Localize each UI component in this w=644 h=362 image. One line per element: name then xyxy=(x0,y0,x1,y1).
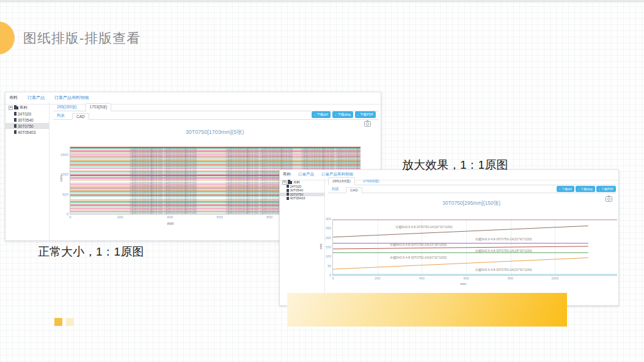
accent-square-dark xyxy=(54,318,62,326)
y-tick: 150 xyxy=(326,245,331,249)
x-tick: 400 xyxy=(167,215,173,219)
y-tick: 1000 xyxy=(60,172,68,176)
accent-circle xyxy=(0,21,15,54)
strip-part-label: 冷规5H3.9-4.8-30T0750-2A(31*91*1150) xyxy=(475,267,532,272)
fabric-tree: 布料24T02030T054030T075040T05403 xyxy=(5,102,49,240)
y-tick: 250 xyxy=(326,226,331,230)
slide-title: 图纸排版-排版查看 xyxy=(23,29,141,48)
tree-item-40T05403[interactable]: 40T05403 xyxy=(5,129,49,135)
download-icon: ↓ xyxy=(357,113,359,117)
export-button-label: 下载PDF xyxy=(360,113,373,117)
strip-part-label: 冷规5H3.9-4.8-30T0750-2A(18*33*1150) xyxy=(475,249,532,253)
tree-item-label: 40T05403 xyxy=(18,130,35,135)
app-screenshot-zoomed: 布料订单产品订单产品布料明细 布料24T02030T054030T075040T… xyxy=(279,169,619,306)
tree-item-label: 24T020 xyxy=(18,112,31,116)
y-tick: 500 xyxy=(62,193,68,196)
download-icon: ↓ xyxy=(314,113,316,117)
export-button-label: 下载PDF xyxy=(601,187,613,191)
y-tick: 300 xyxy=(326,217,331,221)
file-icon xyxy=(14,112,16,116)
export-button-下载dwg[interactable]: ↓下载dwg xyxy=(332,111,353,118)
export-button-label: 下载dxf xyxy=(562,187,572,191)
collapse-icon[interactable] xyxy=(282,180,287,185)
y-tick: 0 xyxy=(329,273,331,277)
export-button-label: 下载dwg xyxy=(580,187,592,191)
x-tick: 600 xyxy=(217,215,223,219)
size-tab[interactable]: 1703(5张) xyxy=(86,103,112,111)
size-tab[interactable]: 1703(5张) xyxy=(359,178,383,185)
tree-root[interactable]: 布料 xyxy=(5,105,49,111)
x-axis-label: mm xyxy=(152,221,189,226)
x-tick: 0 xyxy=(332,276,334,280)
folder-icon xyxy=(288,181,292,184)
export-button-下载PDF[interactable]: ↓下载PDF xyxy=(355,111,376,118)
tree-item-label: 30T0750 xyxy=(290,193,304,196)
camera-icon[interactable] xyxy=(364,121,371,127)
chart-clip: 冷规5H3.9-4.8-30T0750-2A(91*31*1150)冷规5H3.… xyxy=(333,219,617,275)
accent-square-light xyxy=(66,318,74,326)
x-tick: 200 xyxy=(375,276,380,280)
y-tick: 0 xyxy=(67,212,68,216)
x-tick: 1000 xyxy=(551,276,558,280)
export-button-label: 下载dwg xyxy=(337,113,350,117)
export-button-下载PDF[interactable]: ↓下载PDF xyxy=(596,186,617,192)
chart-title: 30T0750[295mm](150张) xyxy=(324,200,618,207)
view-tab-CAD[interactable]: CAD xyxy=(346,187,362,193)
export-button-下载dxf[interactable]: ↓下载dxf xyxy=(557,186,574,192)
strip-part-label: 冷规5H3.9-4.8-30T0750-2A(33*18*1150) xyxy=(390,243,447,247)
file-icon xyxy=(14,118,16,122)
strip-lines xyxy=(333,219,617,275)
view-tab-CAD[interactable]: CAD xyxy=(72,113,89,120)
file-icon xyxy=(14,130,16,134)
y-tick: 1500 xyxy=(60,153,68,157)
tree-item-24T020[interactable]: 24T020 xyxy=(5,111,49,117)
x-tick: 200 xyxy=(117,215,123,219)
view-tab-列表[interactable]: 列表 xyxy=(53,113,68,119)
tree-item-30T0540[interactable]: 30T0540 xyxy=(5,117,49,123)
fabric-tree: 布料24T02030T054030T075040T05403 xyxy=(280,179,325,305)
y-tick: 50 xyxy=(327,264,331,268)
x-tick: 600 xyxy=(463,276,469,280)
tree-item-label: 30T0750 xyxy=(18,124,34,128)
download-icon: ↓ xyxy=(578,187,580,191)
x-tick: 800 xyxy=(508,276,513,280)
view-tab-列表[interactable]: 列表 xyxy=(328,186,343,193)
file-icon xyxy=(287,185,289,188)
tree-item-label: 40T05403 xyxy=(290,196,306,200)
export-buttons: ↓下载dxf↓下载dwg↓下载PDF xyxy=(312,111,376,118)
tree-item-label: 30T0540 xyxy=(18,118,34,122)
folder-icon xyxy=(14,106,18,109)
strip-part-label: 冷规5H3.9-4.8-30T0750-2A(31*91*1150) xyxy=(475,237,532,242)
caption-normal-size: 正常大小，1：1原图 xyxy=(38,244,144,260)
strip-part-label: 冷规5H3.9-4.8-30T0750-2A(91*31*1150) xyxy=(395,224,453,229)
size-tab[interactable]: 295(150张) xyxy=(328,177,355,185)
size-tab[interactable]: 295(150张) xyxy=(53,104,81,111)
tree-item-30T0750[interactable]: 30T0750 xyxy=(5,123,49,129)
y-tick: 200 xyxy=(326,236,331,240)
y-tick: 100 xyxy=(326,254,331,258)
file-icon xyxy=(287,193,289,196)
file-icon xyxy=(287,197,289,200)
size-tab-bar: 295(150张)1703(5张) xyxy=(328,178,616,185)
download-icon: ↓ xyxy=(559,187,561,191)
tree-item-label: 24T020 xyxy=(290,185,302,188)
tree-item-label: 30T0540 xyxy=(290,188,304,192)
collapse-icon[interactable] xyxy=(9,106,13,110)
tree-root-label: 布料 xyxy=(20,105,27,111)
size-tab-bar: 295(150张)1703(5张) xyxy=(53,103,378,111)
export-button-label: 下载dxf xyxy=(317,113,328,117)
presentation-slide: 图纸排版-排版查看 布料订单产品订单产品布料明细 布料24T02030T0540… xyxy=(0,0,644,362)
file-icon xyxy=(14,124,16,128)
export-button-下载dxf[interactable]: ↓下载dxf xyxy=(312,111,331,118)
caption-zoom-effect: 放大效果，1：1原图 xyxy=(402,157,508,173)
x-tick: 800 xyxy=(266,215,273,219)
top-strip xyxy=(0,0,644,2)
cad-layout-chart: 冷规5H3.9-4.8-30T0750-2A(91*31*1150)冷规5H3.… xyxy=(332,219,617,276)
accent-bar xyxy=(287,293,567,327)
tree-root-label: 布料 xyxy=(293,180,300,185)
file-icon xyxy=(287,189,289,192)
export-buttons: ↓下载dxf↓下载dwg↓下载PDF xyxy=(557,186,616,192)
strip-part-label: 冷规5H3.9-4.8-30T0750-2A(91*31*1150) xyxy=(390,255,447,259)
tree-item-40T05403[interactable]: 40T05403 xyxy=(280,196,324,201)
export-button-下载dwg[interactable]: ↓下载dwg xyxy=(576,186,595,192)
